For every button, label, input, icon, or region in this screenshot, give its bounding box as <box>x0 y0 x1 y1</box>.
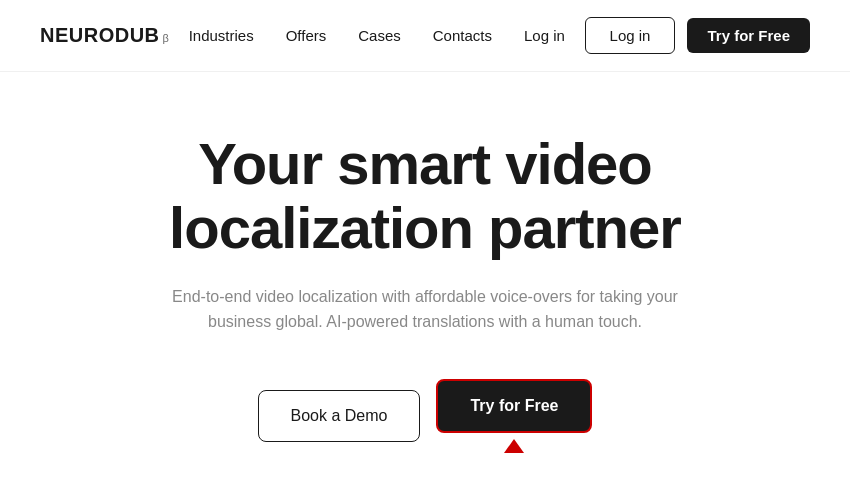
nav-item-industries[interactable]: Industries <box>189 27 254 45</box>
brand-beta: β <box>163 32 169 44</box>
book-demo-button[interactable]: Book a Demo <box>258 390 421 442</box>
nav-item-cases[interactable]: Cases <box>358 27 401 45</box>
nav-link-cases[interactable]: Cases <box>358 27 401 44</box>
brand-name: NEURODUB <box>40 24 160 47</box>
nav-item-login[interactable]: Log in <box>524 27 565 45</box>
nav-item-offers[interactable]: Offers <box>286 27 327 45</box>
try-free-wrapper: Try for Free <box>436 379 592 453</box>
nav-link-offers[interactable]: Offers <box>286 27 327 44</box>
hero-title-line1: Your smart video <box>198 131 652 196</box>
navbar: NEURODUBβ Industries Offers Cases Contac… <box>0 0 850 72</box>
hero-title-line2: localization partner <box>169 195 681 260</box>
hero-buttons: Book a Demo Try for Free <box>258 379 593 453</box>
try-free-nav-button[interactable]: Try for Free <box>687 18 810 53</box>
try-free-hero-button[interactable]: Try for Free <box>436 379 592 433</box>
hero-subtitle: End-to-end video localization with affor… <box>165 284 685 335</box>
nav-links: Industries Offers Cases Contacts Log in <box>189 27 565 45</box>
navbar-actions: Log in Try for Free <box>585 17 810 54</box>
login-button[interactable]: Log in <box>585 17 676 54</box>
arrow-up-icon <box>504 439 524 453</box>
brand-logo: NEURODUBβ <box>40 24 169 47</box>
nav-item-contacts[interactable]: Contacts <box>433 27 492 45</box>
hero-title: Your smart video localization partner <box>169 132 681 260</box>
arrow-indicator <box>504 439 524 453</box>
nav-link-industries[interactable]: Industries <box>189 27 254 44</box>
hero-section: Your smart video localization partner En… <box>0 72 850 493</box>
nav-link-contacts[interactable]: Contacts <box>433 27 492 44</box>
nav-link-login[interactable]: Log in <box>524 27 565 44</box>
